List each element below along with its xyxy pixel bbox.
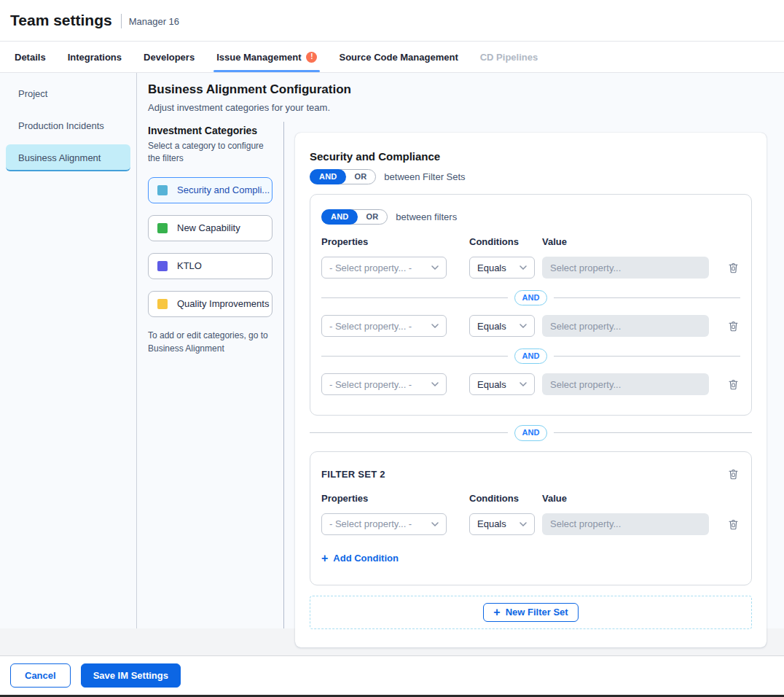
new-filter-set-button[interactable]: + New Filter Set [483, 603, 578, 622]
properties-column-header: Properties [321, 236, 469, 247]
toggle-and-option[interactable]: AND [310, 169, 346, 184]
category-label: KTLO [177, 260, 202, 271]
save-im-settings-button[interactable]: Save IM Settings [81, 663, 181, 688]
tab-source-code-management[interactable]: Source Code Management [339, 42, 458, 72]
chevron-down-icon [431, 265, 439, 270]
between-filter-sets-label: between Filter Sets [384, 171, 465, 182]
value-column-header: Value [542, 493, 718, 504]
categories-heading: Investment Categories [148, 125, 273, 136]
delete-filter-button[interactable] [726, 319, 740, 333]
category-color-swatch [157, 261, 168, 271]
filter-configuration-area: Security and Compliance AND OR between F… [284, 122, 784, 628]
category-color-swatch [157, 223, 168, 233]
filter-sets-and-or-toggle[interactable]: AND OR [310, 169, 376, 184]
categories-subheading: Select a category to configure the filte… [148, 140, 273, 166]
value-input[interactable] [542, 315, 709, 337]
toggle-or-option[interactable]: OR [357, 210, 387, 224]
and-connector-between-sets: AND [310, 425, 752, 440]
delete-filter-button[interactable] [726, 517, 740, 531]
sidebar-item-project[interactable]: Project [6, 80, 130, 107]
category-label: Quality Improvements [177, 298, 269, 309]
filter-row: - Select property... - Equals [321, 315, 740, 337]
plus-icon: + [321, 553, 328, 564]
trash-icon [728, 518, 739, 530]
investment-categories-column: Investment Categories Select a category … [137, 122, 284, 628]
value-input[interactable] [542, 513, 709, 535]
category-new-capability[interactable]: New Capability [148, 215, 273, 241]
and-connector: AND [321, 348, 740, 364]
settings-tabbar: Details Integrations Developers Issue Ma… [0, 42, 784, 73]
chevron-down-icon [520, 522, 527, 526]
between-filters-label: between filters [396, 211, 457, 222]
trash-icon [728, 378, 739, 390]
filter-row: - Select property... - Equals [321, 373, 740, 395]
filter-set-2-card: FILTER SET 2 Properties Conditions Value [310, 451, 752, 585]
conditions-select[interactable]: Equals [469, 315, 535, 337]
filter-column-headers: Properties Conditions Value [321, 236, 740, 247]
chevron-down-icon [431, 522, 439, 526]
tab-details[interactable]: Details [15, 42, 46, 72]
page-title: Business Alignment Configuration [148, 82, 784, 97]
filter-column-headers: Properties Conditions Value [321, 493, 740, 504]
and-connector-pill: AND [514, 348, 548, 364]
category-color-swatch [157, 299, 168, 309]
chevron-down-icon [520, 265, 527, 270]
footer-actions: Cancel Save IM Settings [0, 656, 784, 695]
chevron-down-icon [520, 382, 527, 386]
page-subtitle: Adjust investment categories for your te… [148, 102, 784, 113]
toggle-or-option[interactable]: OR [345, 170, 375, 184]
delete-filter-button[interactable] [726, 260, 740, 275]
content-area: Project Production Incidents Business Al… [0, 73, 784, 628]
settings-sidebar: Project Production Incidents Business Al… [0, 73, 137, 628]
filters-and-or-toggle[interactable]: AND OR [321, 209, 388, 225]
and-connector-pill: AND [514, 290, 548, 305]
value-column-header: Value [542, 236, 718, 247]
category-ktlo[interactable]: KTLO [148, 253, 273, 279]
cancel-button[interactable]: Cancel [10, 663, 71, 688]
and-connector: AND [321, 290, 740, 305]
selected-category-title: Security and Compliance [310, 150, 752, 163]
category-security-and-compliance[interactable]: Security and Compli... [148, 177, 273, 203]
sidebar-item-production-incidents[interactable]: Production Incidents [6, 112, 130, 139]
tab-cd-pipelines: CD Pipelines [480, 42, 538, 72]
category-label: Security and Compli... [177, 184, 270, 195]
add-condition-button[interactable]: + Add Condition [321, 553, 399, 564]
trash-icon [728, 320, 739, 332]
properties-select[interactable]: - Select property... - [321, 513, 447, 535]
warning-icon: ! [306, 52, 317, 63]
sidebar-item-business-alignment[interactable]: Business Alignment [6, 144, 130, 171]
page-header: Business Alignment Configuration Adjust … [137, 73, 784, 122]
properties-select[interactable]: - Select property... - [321, 315, 447, 337]
delete-filter-button[interactable] [726, 377, 740, 392]
tab-issue-management[interactable]: Issue Management ! [216, 42, 317, 72]
conditions-column-header: Conditions [469, 236, 542, 247]
trash-icon [728, 262, 739, 273]
trash-icon [728, 468, 739, 480]
title-separator [121, 14, 122, 28]
delete-filter-set-button[interactable] [726, 467, 740, 481]
filter-set-1-card: AND OR between filters Properties Condit… [310, 194, 752, 416]
tab-developers[interactable]: Developers [144, 42, 195, 72]
properties-select[interactable]: - Select property... - [321, 257, 447, 279]
filter-row: - Select property... - Equals [321, 257, 740, 279]
category-label: New Capability [177, 222, 240, 233]
and-connector-pill: AND [514, 425, 548, 440]
chevron-down-icon [520, 324, 527, 328]
properties-select[interactable]: - Select property... - [321, 373, 447, 395]
value-input[interactable] [542, 257, 709, 279]
categories-footnote: To add or edit categories, go to Busines… [148, 329, 273, 355]
window-header: Team settings Manager 16 [0, 0, 784, 42]
plus-icon: + [493, 607, 500, 618]
toggle-and-option[interactable]: AND [321, 209, 358, 225]
tab-integrations[interactable]: Integrations [68, 42, 122, 72]
conditions-select[interactable]: Equals [469, 257, 535, 279]
conditions-column-header: Conditions [469, 493, 542, 504]
conditions-select[interactable]: Equals [469, 513, 535, 535]
filter-row: - Select property... - Equals [321, 513, 740, 535]
value-input[interactable] [542, 373, 709, 395]
conditions-select[interactable]: Equals [469, 373, 535, 395]
properties-column-header: Properties [321, 493, 469, 504]
category-quality-improvements[interactable]: Quality Improvements [148, 291, 273, 317]
team-name-label: Manager 16 [129, 16, 179, 27]
filter-set-2-title: FILTER SET 2 [321, 469, 385, 480]
